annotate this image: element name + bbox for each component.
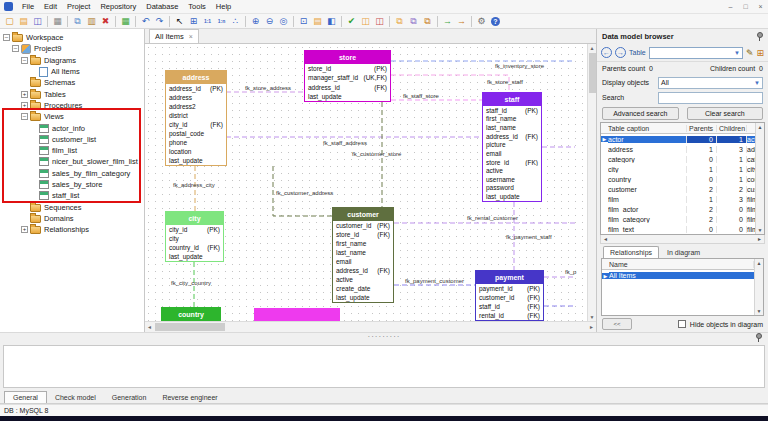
sidebar-item-customer-list[interactable]: customer_list [0, 134, 144, 145]
tree-expander-icon[interactable]: + [21, 102, 28, 109]
redo-icon[interactable]: ↷ [153, 15, 166, 28]
menu-file[interactable]: File [17, 1, 39, 12]
report-icon[interactable]: ▤ [311, 15, 324, 28]
copy-icon[interactable]: ⧉ [71, 15, 84, 28]
import-icon[interactable]: → [441, 15, 454, 28]
table-row-actor[interactable]: ▶actor01actor [601, 134, 755, 144]
sidebar-item-views[interactable]: –Views [0, 111, 144, 122]
output-content[interactable] [3, 345, 765, 388]
scroll-up-icon[interactable]: ▲ [590, 45, 595, 51]
entity-payment[interactable]: paymentpayment_id(PK)customer_id(FK)staf… [475, 270, 544, 321]
hide-objects-checkbox[interactable] [678, 320, 686, 328]
table-row-film_text[interactable]: film_text00film_text [601, 224, 755, 234]
canvas-vertical-scrollbar[interactable]: ▲▼ [587, 44, 596, 321]
tree-expander-icon[interactable]: – [21, 113, 28, 120]
hierarchy-icon[interactable]: ∴ [229, 15, 242, 28]
refresh-table-icon[interactable]: ▦ [119, 15, 132, 28]
close-button[interactable]: × [753, 0, 768, 13]
table-row-address[interactable]: address13address [601, 144, 755, 154]
tree-expander-icon[interactable]: – [21, 57, 28, 64]
sidebar-item-all-items[interactable]: All Items [0, 66, 144, 77]
entity-staff[interactable]: staffstaff_id(PK)first_namelast_nameaddr… [482, 92, 542, 202]
zoom-icon[interactable]: ◎ [277, 15, 290, 28]
scroll-up-icon[interactable]: ▲ [758, 124, 763, 130]
scroll-thumb[interactable] [155, 323, 225, 331]
advanced-search-button[interactable]: Advanced search [602, 107, 679, 120]
chevron-down-icon[interactable]: ▼ [734, 50, 740, 56]
pin-icon[interactable] [756, 32, 763, 41]
scroll-left-icon[interactable]: ◄ [603, 236, 608, 242]
tree-expander-icon[interactable]: – [12, 45, 19, 52]
tab-reverse-engineer[interactable]: Reverse engineer [154, 392, 225, 403]
tree-expander-icon[interactable]: + [21, 226, 28, 233]
sidebar-item-film-list[interactable]: film_list [0, 145, 144, 156]
entity-customer[interactable]: customercustomer_id(PK)store_id(FK)first… [332, 207, 394, 303]
sidebar-item-nicer-but-slower-film-list[interactable]: nicer_but_slower_film_list [0, 156, 144, 167]
relation-one-to-many-icon[interactable]: 1:n [215, 15, 228, 28]
history-back-button[interactable]: ← [601, 47, 612, 58]
sidebar-item-workspace[interactable]: –Workspace [0, 32, 144, 43]
add-to-diagram-icon[interactable]: ⊞ [756, 48, 764, 58]
help-icon[interactable]: ? [489, 15, 502, 28]
zoom-out-icon[interactable]: ⊖ [263, 15, 276, 28]
copy-structure-icon[interactable]: ⧉ [393, 15, 406, 28]
menu-tools[interactable]: Tools [183, 1, 211, 12]
delete-icon[interactable]: ✖ [99, 15, 112, 28]
table-combobox[interactable]: ▼ [649, 47, 743, 59]
sidebar-item-relationships[interactable]: +Relationships [0, 224, 144, 235]
sidebar-item-project9[interactable]: –Project9 [0, 43, 144, 54]
scroll-up-icon[interactable]: ▲ [757, 260, 762, 266]
relation-one-to-one-icon[interactable]: 1:1 [201, 15, 214, 28]
diagram-tab-all-items[interactable]: All Items × [149, 29, 199, 43]
window-icon[interactable]: ⊡ [297, 15, 310, 28]
undo-icon[interactable]: ↶ [139, 15, 152, 28]
tab-in-diagram[interactable]: In diagram [661, 247, 706, 258]
sidebar-item-sequences[interactable]: Sequences [0, 201, 144, 212]
sidebar-item-staff-list[interactable]: staff_list [0, 190, 144, 201]
entity-store[interactable]: storestore_id(PK)manager_staff_id(UK,FK)… [304, 50, 391, 102]
pointer-icon[interactable]: ↖ [173, 15, 186, 28]
entity-city[interactable]: citycity_id(PK)citycountry_id(FK)last_up… [165, 211, 224, 262]
settings-icon[interactable]: ⚙ [475, 15, 488, 28]
table-row-film_category[interactable]: film_category20film_category [601, 214, 755, 224]
list-item-all-items[interactable]: ▶All Items [602, 270, 754, 281]
history-forward-button[interactable]: → [615, 47, 626, 58]
tab-general[interactable]: General [4, 391, 47, 403]
tab-check-model[interactable]: Check model [47, 392, 104, 403]
scroll-left-icon[interactable]: ◄ [147, 324, 152, 330]
scroll-down-icon[interactable]: ▼ [757, 308, 762, 314]
menu-edit[interactable]: Edit [39, 1, 62, 12]
diagram-canvas[interactable]: ▲▼ fk_store_addressfk_staff_storefk_inve… [145, 44, 596, 321]
clear-search-button[interactable]: Clear search [687, 107, 764, 120]
sidebar-item-sales-by-store[interactable]: sales_by_store [0, 179, 144, 190]
maximize-button[interactable]: □ [738, 0, 753, 13]
menu-database[interactable]: Database [141, 1, 183, 12]
scroll-thumb[interactable] [589, 53, 596, 93]
save-all-icon[interactable]: ◫ [373, 15, 386, 28]
pin-icon[interactable] [755, 333, 762, 342]
grid-vertical-scrollbar[interactable]: ▲▼ [754, 259, 763, 315]
menu-project[interactable]: Project [62, 1, 95, 12]
column-name[interactable]: Name [609, 261, 754, 268]
sidebar-item-diagrams[interactable]: –Diagrams [0, 55, 144, 66]
collapse-panel-button[interactable]: << [602, 318, 632, 330]
paste-icon[interactable]: ▥ [85, 15, 98, 28]
sidebar-item-procedures[interactable]: +Procedures [0, 100, 144, 111]
table-row-film_actor[interactable]: film_actor20film_actor [601, 204, 755, 214]
copy-data-icon[interactable]: ⧉ [407, 15, 420, 28]
sidebar-item-domains[interactable]: Domains [0, 213, 144, 224]
scroll-right-icon[interactable]: ► [589, 324, 594, 330]
save-icon[interactable]: ◫ [31, 15, 44, 28]
column-table-caption[interactable]: Table caption [608, 125, 687, 132]
table-row-country[interactable]: country01country [601, 174, 755, 184]
scroll-down-icon[interactable]: ▼ [590, 314, 595, 320]
chevron-down-icon[interactable]: ▼ [754, 80, 760, 86]
minimize-button[interactable]: – [723, 0, 738, 13]
tab-relationships[interactable]: Relationships [603, 246, 659, 258]
sidebar-item-tables[interactable]: +Tables [0, 88, 144, 99]
new-table-icon[interactable]: ⊞ [187, 15, 200, 28]
display-objects-select[interactable]: All▼ [658, 77, 763, 89]
entity-unnamed[interactable] [254, 308, 340, 321]
save-model-icon[interactable]: ◫ [359, 15, 372, 28]
column-children[interactable]: Children [717, 125, 747, 132]
